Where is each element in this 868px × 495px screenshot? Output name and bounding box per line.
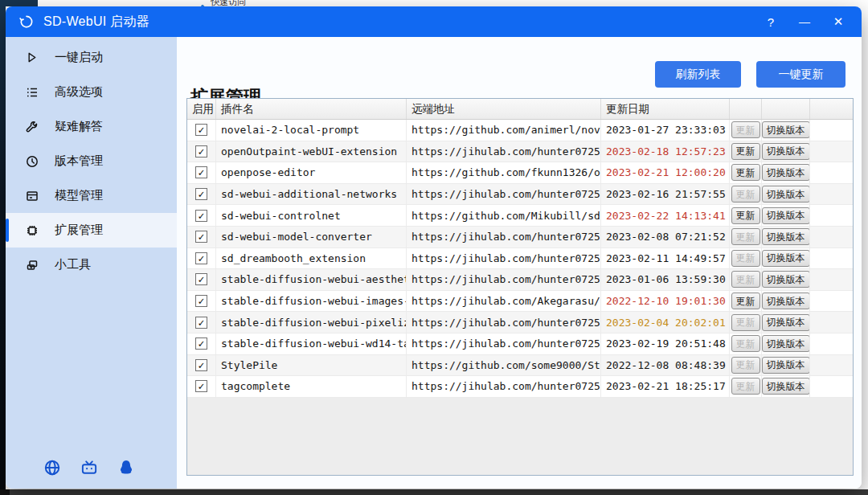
switch-version-button[interactable]: 切换版本 — [762, 292, 810, 309]
column-header-updated[interactable]: 更新日期 — [601, 99, 730, 119]
update-button-cell: 更新 — [730, 184, 762, 205]
minimize-button[interactable]: — — [791, 10, 818, 34]
column-header-filler — [810, 99, 853, 119]
switch-version-button[interactable]: 切换版本 — [762, 228, 810, 245]
table-row[interactable]: ✓tagcompletehttps://jihulab.com/hunter07… — [187, 376, 853, 398]
switch-version-button[interactable]: 切换版本 — [762, 250, 810, 267]
sidebar-item-label: 模型管理 — [55, 188, 103, 203]
table-header: 启用 插件名 远端地址 更新日期 — [187, 99, 853, 120]
table-row[interactable]: ✓StylePilehttps://github.com/some9000/St… — [187, 355, 853, 377]
switch-version-button-cell: 切换版本 — [762, 120, 810, 141]
refresh-list-button[interactable]: 刷新列表 — [655, 61, 741, 88]
row-enabled-checkbox[interactable]: ✓ — [195, 188, 207, 200]
table-row[interactable]: ✓sd-webui-model-converterhttps://jihulab… — [187, 227, 853, 248]
sidebar-item-label: 疑难解答 — [55, 119, 103, 134]
column-header-name[interactable]: 插件名 — [216, 99, 407, 119]
remote-url-cell: https://jihulab.com/hunter0725/ — [407, 184, 601, 205]
table-row[interactable]: ✓sd-webui-controlnethttps://github.com/M… — [187, 205, 853, 227]
table-row[interactable]: ✓stable-diffusion-webui-wd14-taghttps://… — [187, 333, 853, 355]
close-button[interactable]: ✕ — [825, 10, 852, 34]
wrench-icon — [24, 119, 39, 134]
remote-url-cell: https://jihulab.com/hunter0725/ — [407, 248, 601, 269]
remote-url-cell: https://github.com/some9000/Sty — [407, 355, 601, 376]
sidebar-item-troubleshooting[interactable]: 疑难解答 — [6, 109, 177, 144]
row-enabled-checkbox[interactable]: ✓ — [195, 252, 207, 264]
table-row[interactable]: ✓stable-diffusion-webui-pixelizahttps://… — [187, 312, 853, 333]
row-enabled-checkbox[interactable]: ✓ — [195, 359, 207, 371]
switch-version-button[interactable]: 切换版本 — [762, 314, 810, 331]
enabled-cell: ✓ — [187, 269, 216, 290]
switch-version-button[interactable]: 切换版本 — [762, 143, 810, 160]
row-enabled-checkbox[interactable]: ✓ — [195, 231, 207, 243]
update-button[interactable]: 更新 — [731, 228, 760, 245]
update-button[interactable]: 更新 — [731, 250, 760, 267]
update-button[interactable]: 更新 — [731, 186, 760, 202]
switch-version-button[interactable]: 切换版本 — [762, 357, 810, 374]
qq-penguin-icon[interactable] — [117, 459, 135, 477]
filler-cell — [810, 205, 853, 226]
update-button[interactable]: 更新 — [731, 314, 760, 331]
row-enabled-checkbox[interactable]: ✓ — [195, 210, 207, 222]
sidebar-item-label: 高级选项 — [55, 84, 103, 100]
column-header-remote[interactable]: 远端地址 — [407, 99, 601, 119]
update-button-cell: 更新 — [730, 269, 762, 290]
table-row[interactable]: ✓stable-diffusion-webui-aesthetihttps://… — [187, 269, 853, 291]
table-row[interactable]: ✓openpose-editorhttps://github.com/fkunn… — [187, 162, 853, 184]
switch-version-button[interactable]: 切换版本 — [762, 207, 810, 224]
enabled-cell: ✓ — [187, 333, 216, 354]
update-button[interactable]: 更新 — [731, 378, 760, 395]
row-enabled-checkbox[interactable]: ✓ — [195, 273, 207, 285]
update-button-cell: 更新 — [730, 333, 762, 354]
switch-version-button[interactable]: 切换版本 — [762, 164, 810, 181]
row-enabled-checkbox[interactable]: ✓ — [195, 338, 207, 350]
row-enabled-checkbox[interactable]: ✓ — [195, 124, 207, 136]
row-enabled-checkbox[interactable]: ✓ — [195, 317, 207, 329]
sidebar-item-launch[interactable]: 一键启动 — [6, 40, 177, 75]
filler-cell — [810, 355, 853, 376]
titlebar[interactable]: SD-WebUI 启动器 ? — ✕ — [6, 6, 862, 37]
help-button[interactable]: ? — [757, 10, 784, 34]
row-enabled-checkbox[interactable]: ✓ — [195, 380, 207, 392]
update-button[interactable]: 更新 — [731, 164, 760, 181]
update-button[interactable]: 更新 — [731, 335, 760, 352]
switch-version-button-cell: 切换版本 — [762, 141, 810, 162]
switch-version-button[interactable]: 切换版本 — [762, 121, 810, 138]
table-row[interactable]: ✓stable-diffusion-webui-images-bhttps://… — [187, 291, 853, 313]
table-row[interactable]: ✓sd-webui-additional-networkshttps://jih… — [187, 184, 853, 206]
sidebar-item-extension-management[interactable]: 扩展管理 — [6, 213, 177, 248]
switch-version-button[interactable]: 切换版本 — [762, 378, 810, 395]
sidebar-item-small-tools[interactable]: 小工具 — [6, 248, 177, 282]
table-row[interactable]: ✓sd_dreambooth_extensionhttps://jihulab.… — [187, 248, 853, 270]
sidebar-item-model-management[interactable]: 模型管理 — [6, 178, 177, 213]
row-enabled-checkbox[interactable]: ✓ — [195, 145, 207, 158]
table-row[interactable]: ✓openOutpaint-webUI-extensionhttps://jih… — [187, 141, 853, 163]
enabled-cell: ✓ — [187, 120, 216, 141]
switch-version-button-cell: 切换版本 — [762, 355, 810, 376]
update-button[interactable]: 更新 — [731, 271, 760, 288]
column-header-enabled[interactable]: 启用 — [187, 99, 216, 119]
update-date-cell: 2022-12-08 08:48:39 — [601, 355, 730, 376]
update-button[interactable]: 更新 — [731, 207, 760, 224]
table-row[interactable]: ✓novelai-2-local-prompthttps://github.co… — [187, 120, 853, 141]
update-all-button[interactable]: 一键更新 — [756, 61, 845, 88]
switch-version-button[interactable]: 切换版本 — [762, 186, 810, 202]
switch-version-button-cell: 切换版本 — [762, 162, 810, 183]
plugin-name-cell: sd-webui-model-converter — [216, 227, 407, 248]
sidebar-item-advanced-options[interactable]: 高级选项 — [6, 75, 177, 109]
bilibili-icon[interactable] — [80, 459, 98, 477]
update-button[interactable]: 更新 — [731, 143, 760, 160]
update-date-cell: 2023-02-08 07:21:52 — [601, 227, 730, 248]
sidebar-item-label: 版本管理 — [55, 153, 103, 169]
row-enabled-checkbox[interactable]: ✓ — [195, 295, 207, 307]
switch-version-button[interactable]: 切换版本 — [762, 271, 810, 288]
globe-icon[interactable] — [43, 459, 61, 477]
update-button[interactable]: 更新 — [731, 357, 760, 374]
update-button[interactable]: 更新 — [731, 121, 760, 138]
update-button[interactable]: 更新 — [731, 292, 760, 309]
enabled-cell: ✓ — [187, 141, 216, 162]
desktop-wallpaper-strip — [0, 6, 6, 495]
row-enabled-checkbox[interactable]: ✓ — [195, 166, 207, 178]
column-header-update-action — [730, 99, 762, 119]
sidebar-item-version-management[interactable]: 版本管理 — [6, 144, 177, 178]
switch-version-button[interactable]: 切换版本 — [762, 335, 810, 352]
